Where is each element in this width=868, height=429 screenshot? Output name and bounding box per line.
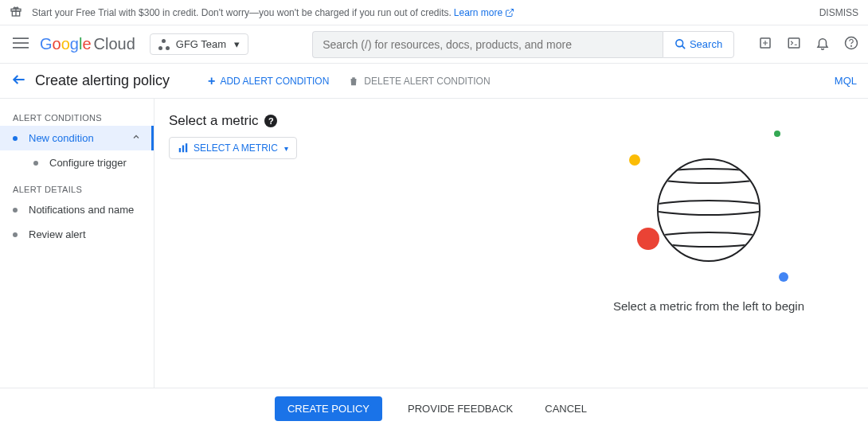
shell-icon[interactable]: [787, 36, 801, 53]
select-metric-heading: Select a metric ?: [169, 113, 868, 129]
svg-line-3: [509, 9, 514, 14]
svg-point-7: [676, 40, 683, 47]
delete-alert-condition-button[interactable]: DELETE ALERT CONDITION: [348, 74, 490, 88]
sidebar-item-configure-trigger[interactable]: Configure trigger: [0, 150, 154, 175]
sidebar-heading-conditions: ALERT CONDITIONS: [0, 110, 154, 126]
main-content: Select a metric ? SELECT A METRIC ▾: [154, 99, 868, 390]
search-input[interactable]: [312, 31, 663, 58]
trash-icon: [348, 76, 359, 87]
bullet-icon: [13, 232, 18, 237]
sidebar-item-review[interactable]: Review alert: [0, 222, 154, 247]
svg-line-8: [682, 45, 685, 49]
top-bar: Google Cloud GFG Team ▾ Search: [0, 25, 868, 64]
trial-text: Start your Free Trial with $300 in credi…: [32, 7, 452, 18]
dismiss-button[interactable]: DISMISS: [819, 7, 858, 18]
notifications-icon[interactable]: [815, 36, 830, 53]
search-button[interactable]: Search: [663, 31, 734, 58]
menu-icon[interactable]: [10, 32, 35, 57]
search-icon: [674, 38, 686, 50]
planet-illustration: [629, 131, 788, 290]
bullet-icon: [33, 161, 38, 166]
bullet-icon: [13, 136, 18, 141]
svg-rect-5: [13, 42, 29, 44]
provide-feedback-button[interactable]: PROVIDE FEEDBACK: [401, 396, 519, 421]
cancel-button[interactable]: CANCEL: [538, 396, 593, 421]
svg-rect-4: [13, 37, 29, 39]
chevron-up-icon: [131, 132, 141, 144]
svg-rect-15: [182, 146, 184, 153]
gift-icon: [10, 5, 22, 20]
sidebar-heading-details: ALERT DETAILS: [0, 181, 154, 197]
create-policy-button[interactable]: CREATE POLICY: [275, 396, 382, 421]
sidebar-item-notifications[interactable]: Notifications and name: [0, 197, 154, 222]
mql-button[interactable]: MQL: [835, 75, 857, 87]
empty-state: Select a metric from the left to begin: [597, 131, 820, 313]
sidebar-item-new-condition[interactable]: New condition: [0, 126, 154, 150]
back-arrow-icon[interactable]: [11, 72, 35, 90]
bullet-icon: [13, 208, 18, 213]
chevron-down-icon: ▾: [234, 38, 240, 50]
svg-rect-10: [788, 38, 800, 48]
page-header: Create alerting policy + ADD ALERT CONDI…: [0, 64, 868, 99]
plus-icon: +: [208, 74, 215, 88]
chevron-down-icon: ▾: [284, 144, 288, 153]
team-icon: [158, 39, 170, 50]
project-selector[interactable]: GFG Team ▾: [150, 33, 248, 55]
add-alert-condition-button[interactable]: + ADD ALERT CONDITION: [208, 74, 329, 88]
sidebar: ALERT CONDITIONS New condition Configure…: [0, 99, 154, 390]
help-icon[interactable]: [844, 36, 858, 53]
edit-icon[interactable]: [758, 36, 772, 53]
svg-rect-14: [179, 148, 181, 152]
trial-banner: Start your Free Trial with $300 in credi…: [0, 0, 868, 25]
google-cloud-logo[interactable]: Google Cloud: [40, 35, 135, 53]
learn-more-link[interactable]: Learn more: [454, 7, 502, 18]
team-name: GFG Team: [176, 38, 226, 50]
select-metric-button[interactable]: SELECT A METRIC ▾: [169, 137, 297, 159]
footer-actions: CREATE POLICY PROVIDE FEEDBACK CANCEL: [0, 388, 868, 429]
svg-rect-6: [13, 47, 29, 49]
help-tooltip-icon[interactable]: ?: [264, 115, 277, 127]
empty-state-text: Select a metric from the left to begin: [597, 299, 820, 313]
svg-point-12: [851, 45, 852, 46]
external-link-icon: [505, 8, 514, 18]
svg-rect-16: [186, 143, 187, 152]
bar-chart-icon: [178, 142, 189, 154]
page-title: Create alerting policy: [35, 72, 170, 89]
